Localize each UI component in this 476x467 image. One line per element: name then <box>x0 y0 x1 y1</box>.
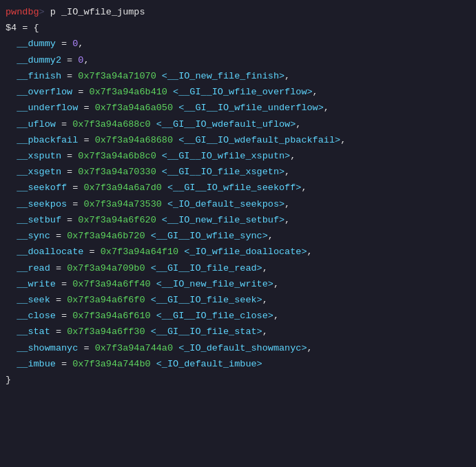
field-dummy2: __dummy2 = 0, <box>6 52 470 68</box>
field-setbuf: __setbuf = 0x7f3a94a6f620 <__IO_new_file… <box>6 212 470 228</box>
field-overflow: __overflow = 0x7f3a94a6b410 <__GI__IO_wf… <box>6 84 470 100</box>
field-sync: __sync = 0x7f3a94a6b720 <__GI__IO_wfile_… <box>6 228 470 244</box>
field-xsputn: __xsputn = 0x7f3a94a6b8c0 <__GI__IO_wfil… <box>6 148 470 164</box>
field-seekoff: __seekoff = 0x7f3a94a6a7d0 <__GI__IO_wfi… <box>6 180 470 196</box>
field-close: __close = 0x7f3a94a6f610 <__GI__IO_file_… <box>6 308 470 324</box>
close-brace: } <box>6 372 470 388</box>
field-doallocate: __doallocate = 0x7f3a94a64f10 <_IO_wfile… <box>6 244 470 260</box>
field-read: __read = 0x7f3a94a709b0 <__GI__IO_file_r… <box>6 260 470 276</box>
field-finish: __finish = 0x7f3a94a71070 <__IO_new_file… <box>6 68 470 84</box>
field-pbackfail: __pbackfail = 0x7f3a94a68680 <__GI__IO_w… <box>6 132 470 148</box>
field-xsgetn: __xsgetn = 0x7f3a94a70330 <__GI__IO_file… <box>6 164 470 180</box>
field-showmanyc: __showmanyc = 0x7f3a94a744a0 <_IO_defaul… <box>6 340 470 356</box>
field-write: __write = 0x7f3a94a6ff40 <__IO_new_file_… <box>6 276 470 292</box>
prompt: pwndbg <box>6 4 39 20</box>
field-dummy: __dummy = 0, <box>6 36 470 52</box>
field-seek: __seek = 0x7f3a94a6f6f0 <__GI__IO_file_s… <box>6 292 470 308</box>
field-stat: __stat = 0x7f3a94a6ff30 <__GI__IO_file_s… <box>6 324 470 340</box>
command-line: pwndbg> p _IO_wfile_jumps <box>6 4 470 20</box>
field-underflow: __underflow = 0x7f3a94a6a050 <__GI__IO_w… <box>6 100 470 116</box>
output-header: $4 = { <box>6 20 470 36</box>
field-seekpos: __seekpos = 0x7f3a94a73530 <_IO_default_… <box>6 196 470 212</box>
field-uflow: __uflow = 0x7f3a94a688c0 <__GI__IO_wdefa… <box>6 116 470 132</box>
terminal-window: pwndbg> p _IO_wfile_jumps $4 = { __dummy… <box>0 0 476 467</box>
command-text: p _IO_wfile_jumps <box>50 4 145 20</box>
field-imbue: __imbue = 0x7f3a94a744b0 <_IO_default_im… <box>6 356 470 372</box>
